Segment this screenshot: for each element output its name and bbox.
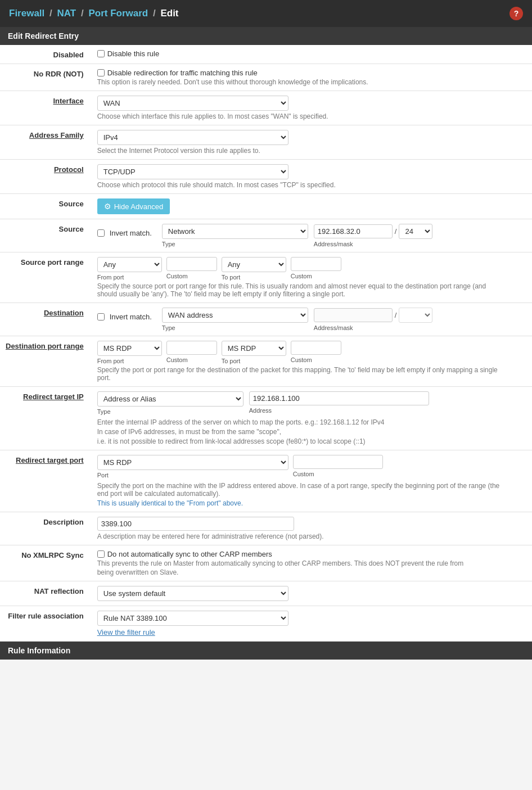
source-address-input[interactable] <box>314 224 393 238</box>
source-to-custom-input[interactable] <box>291 257 341 271</box>
dest-from-port-group: AnyMS RDPHTTP (80)HTTPS (443)Custom From… <box>97 341 162 364</box>
address-family-help: Select the Internet Protocol version thi… <box>97 147 526 155</box>
redirect-type-group: Address or Alias Single host or alias Ty… <box>97 391 244 415</box>
source-to-port-label: To port <box>222 274 286 281</box>
redirect-custom-input[interactable] <box>293 455 383 469</box>
label-description: Description <box>0 512 92 545</box>
value-redirect-port: AnyMS RDPHTTP (80)HTTPS (443)Custom Port… <box>92 450 532 512</box>
label-disabled: Disabled <box>0 45 92 64</box>
source-from-custom-label: Custom <box>166 273 217 279</box>
section-header: Edit Redirect Entry <box>0 27 532 45</box>
source-to-port-group: AnyHTTP (80)HTTPS (443)MS RDP (3389)Cust… <box>222 257 286 281</box>
source-type-group: Network Any Single host or alias WAN add… <box>162 224 308 247</box>
no-rdr-checkbox-label[interactable]: Disable redirection for traffic matching… <box>97 69 526 77</box>
dest-address-input[interactable] <box>314 308 393 322</box>
value-disabled: Disable this rule <box>92 45 532 64</box>
view-filter-rule-link[interactable]: View the filter rule <box>97 628 155 636</box>
dest-inline-row: Invert match. WAN address Any Network Si… <box>97 308 526 331</box>
source-invert-label[interactable]: Invert match. <box>97 229 152 237</box>
dest-invert-checkbox[interactable] <box>97 313 105 320</box>
source-to-custom-label: Custom <box>291 273 341 279</box>
dest-from-custom-label: Custom <box>166 356 217 363</box>
dest-to-port-select[interactable]: AnyMS RDPHTTP (80)HTTPS (443)Custom <box>222 341 286 356</box>
value-description: A description may be entered here for ad… <box>92 512 532 545</box>
breadcrumb: Firewall / NAT / Port Forward / Edit <box>9 8 179 19</box>
dest-to-custom-input[interactable] <box>291 341 341 355</box>
label-filter-rule: Filter rule association <box>0 606 92 642</box>
source-from-custom-group: Custom <box>166 257 217 279</box>
label-nat-reflection: NAT reflection <box>0 581 92 606</box>
disabled-checkbox[interactable] <box>97 50 105 57</box>
row-no-rdr: No RDR (NOT) Disable redirection for tra… <box>0 64 532 91</box>
dest-type-label: Type <box>162 324 308 331</box>
hide-advanced-button[interactable]: ⚙ Hide Advanced <box>97 198 170 214</box>
dest-mask-select[interactable]: 8162432 <box>399 308 432 323</box>
dest-invert-label[interactable]: Invert match. <box>97 313 152 321</box>
redirect-port-row: AnyMS RDPHTTP (80)HTTPS (443)Custom Port… <box>97 455 526 478</box>
dest-type-select[interactable]: WAN address Any Network Single host or a… <box>162 308 308 323</box>
redirect-port-label: Port <box>97 472 288 478</box>
bc-firewall[interactable]: Firewall <box>9 8 44 19</box>
value-redirect-ip: Address or Alias Single host or alias Ty… <box>92 387 532 450</box>
protocol-select[interactable]: TCP/UDP TCP UDP ICMP Any <box>97 164 288 179</box>
filter-rule-select[interactable]: Rule NAT 3389.100 None Pass Add associat… <box>97 611 288 626</box>
no-xmlrpc-checkbox[interactable] <box>97 550 105 558</box>
dest-type-group: WAN address Any Network Single host or a… <box>162 308 308 331</box>
redirect-custom-label: Custom <box>293 471 383 477</box>
value-source-section: ⚙ Hide Advanced <box>92 194 532 219</box>
source-mask-select[interactable]: 8162425262728293032 <box>399 224 432 239</box>
value-protocol: TCP/UDP TCP UDP ICMP Any Choose which pr… <box>92 160 532 194</box>
label-protocol: Protocol <box>0 160 92 194</box>
row-source-section: Source ⚙ Hide Advanced <box>0 194 532 219</box>
dest-to-custom-group: Custom <box>291 341 341 363</box>
bc-nat[interactable]: NAT <box>57 8 76 19</box>
redirect-type-select[interactable]: Address or Alias Single host or alias <box>97 391 244 407</box>
redirect-port-select[interactable]: AnyMS RDPHTTP (80)HTTPS (443)Custom <box>97 455 288 470</box>
dest-addr-mask: / 8162432 <box>314 308 433 323</box>
source-invert-checkbox[interactable] <box>97 229 105 237</box>
value-filter-rule: Rule NAT 3389.100 None Pass Add associat… <box>92 606 532 642</box>
row-destination: Destination Invert match. WAN address An… <box>0 303 532 336</box>
source-addrmask-label: Address/mask <box>314 241 433 247</box>
rule-information-header: Rule Information <box>0 642 532 660</box>
source-port-row: AnyHTTP (80)HTTPS (443)MS RDP (3389)Cust… <box>97 257 526 281</box>
value-interface: WAN LAN OPT1 Choose which interface this… <box>92 91 532 125</box>
source-type-select[interactable]: Network Any Single host or alias WAN add… <box>162 224 308 239</box>
label-dest-port: Destination port range <box>0 336 92 387</box>
no-rdr-checkbox[interactable] <box>97 69 105 76</box>
label-interface: Interface <box>0 91 92 125</box>
dest-from-custom-input[interactable] <box>166 341 217 355</box>
help-icon[interactable]: ? <box>510 7 523 20</box>
dest-from-port-select[interactable]: AnyMS RDPHTTP (80)HTTPS (443)Custom <box>97 341 162 356</box>
no-xmlrpc-checkbox-label[interactable]: Do not automatically sync to other CARP … <box>97 550 526 558</box>
redirect-addr-label: Address <box>249 407 429 414</box>
source-addr-group: / 8162425262728293032 Address/mask <box>314 224 433 247</box>
value-no-xmlrpc: Do not automatically sync to other CARP … <box>92 545 532 581</box>
bc-portforward[interactable]: Port Forward <box>88 8 148 19</box>
value-nat-reflection: Use system default Enable Disable <box>92 581 532 606</box>
no-xmlrpc-help2: being overwritten on Slave. <box>97 568 526 576</box>
gear-icon: ⚙ <box>104 202 111 211</box>
value-destination: Invert match. WAN address Any Network Si… <box>92 303 532 336</box>
redirect-address-input[interactable] <box>249 391 429 405</box>
dest-invert-wrap: Invert match. <box>97 310 152 321</box>
row-filter-rule: Filter rule association Rule NAT 3389.10… <box>0 606 532 642</box>
source-to-port-select[interactable]: AnyHTTP (80)HTTPS (443)MS RDP (3389)Cust… <box>222 257 286 272</box>
label-no-xmlrpc: No XMLRPC Sync <box>0 545 92 581</box>
value-no-rdr: Disable redirection for traffic matching… <box>92 64 532 91</box>
label-destination: Destination <box>0 303 92 336</box>
interface-select[interactable]: WAN LAN OPT1 <box>97 96 288 111</box>
page-header: Firewall / NAT / Port Forward / Edit ? <box>0 0 532 27</box>
description-input[interactable] <box>97 517 294 531</box>
dest-to-port-group: AnyMS RDPHTTP (80)HTTPS (443)Custom To p… <box>222 341 286 364</box>
source-from-port-group: AnyHTTP (80)HTTPS (443)MS RDP (3389)Cust… <box>97 257 162 281</box>
source-from-custom-input[interactable] <box>166 257 217 271</box>
source-type-label: Type <box>162 241 308 247</box>
address-family-select[interactable]: IPv4 IPv6 IPv4+IPv6 <box>97 130 288 145</box>
dest-from-port-label: From port <box>97 358 162 364</box>
source-to-custom-group: Custom <box>291 257 341 279</box>
disabled-checkbox-label[interactable]: Disable this rule <box>97 49 526 58</box>
nat-reflection-select[interactable]: Use system default Enable Disable <box>97 586 288 601</box>
redirect-port-group: AnyMS RDPHTTP (80)HTTPS (443)Custom Port <box>97 455 288 478</box>
source-from-port-select[interactable]: AnyHTTP (80)HTTPS (443)MS RDP (3389)Cust… <box>97 257 162 272</box>
